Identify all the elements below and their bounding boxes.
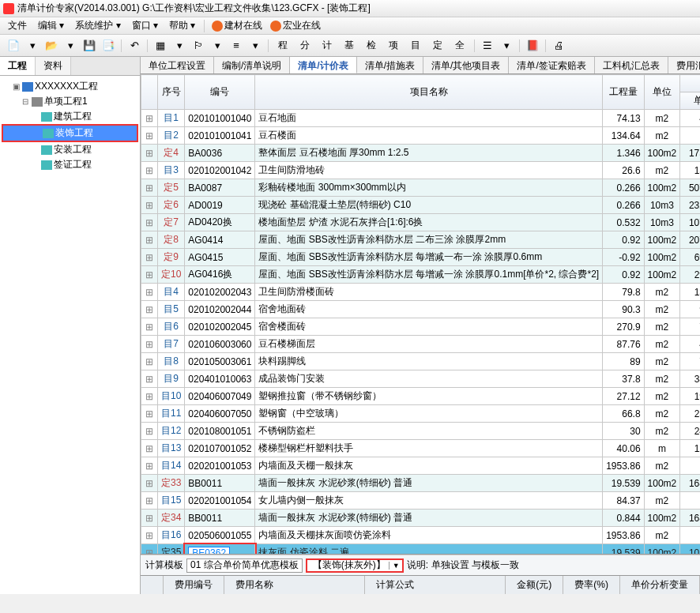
cell-code[interactable]: BE0362 xyxy=(185,544,255,555)
left-tab-data[interactable]: 资料 xyxy=(36,57,71,75)
expand-icon[interactable]: ⊞ xyxy=(145,322,154,333)
table-row[interactable]: ⊞目3020102001042卫生间防滑地砖26.6m2153.444081.5… xyxy=(141,162,701,179)
cell-code[interactable]: 020107001052 xyxy=(185,440,255,457)
left-tab-project[interactable]: 工程 xyxy=(0,57,36,75)
tree-sub[interactable]: ⊟ 单项工程1 xyxy=(2,94,138,109)
undo-button[interactable]: ↶ xyxy=(126,37,143,55)
table-row[interactable]: ⊞目5020102002044宿舍地面砖90.3m293.638454.793: xyxy=(141,301,701,318)
subtab-amount[interactable]: 金额(元) xyxy=(506,576,563,594)
align-dropdown[interactable]: ▾ xyxy=(247,37,264,55)
cell-code[interactable]: 020108001051 xyxy=(185,423,255,440)
menu-window[interactable]: 窗口 ▾ xyxy=(127,17,163,34)
t-xiang[interactable]: 项 xyxy=(383,37,404,55)
expand-icon[interactable]: ⊞ xyxy=(145,269,154,280)
open-dropdown[interactable]: ▾ xyxy=(62,37,79,55)
template-combo[interactable]: 01 综合单价简单优惠模板 xyxy=(186,558,303,573)
tab-measure[interactable]: 清单/措施表 xyxy=(357,57,423,73)
book-button[interactable]: 📕 xyxy=(524,37,541,55)
subtab-formula[interactable]: 计算公式 xyxy=(365,576,506,594)
t-ji2[interactable]: 基 xyxy=(339,37,359,55)
open-button[interactable]: 📂 xyxy=(43,37,60,55)
table-row[interactable]: ⊞定33BB0011墙面一般抹灰 水泥砂浆(特细砂) 普通19.539100m2… xyxy=(141,475,701,492)
table-row[interactable]: ⊞目11020406007050塑钢窗（中空玻璃）66.8m2254.19169… xyxy=(141,405,701,423)
tree-leaf-jianzhu[interactable]: 建筑工程 xyxy=(2,109,138,124)
new-dropdown[interactable]: ▾ xyxy=(24,37,41,55)
expand-icon[interactable]: ⊞ xyxy=(145,252,154,263)
tree-root[interactable]: ▣ XXXXXXX工程 xyxy=(2,79,138,94)
col-name[interactable]: 项目名称 xyxy=(255,75,603,110)
decoration-combo[interactable]: 【装饰(抹灰外)】 ▼ xyxy=(306,558,404,573)
tab-claim[interactable]: 清单/签证索赔表 xyxy=(509,57,594,73)
expand-icon[interactable]: ⊞ xyxy=(145,339,154,350)
expand-icon[interactable]: ⊞ xyxy=(145,530,154,541)
table-row[interactable]: ⊞定4BA0036整体面层 豆石楼地面 厚30mm 1:2.51.346100m… xyxy=(141,145,701,162)
tree-leaf-qianzheng[interactable]: 签证工程 xyxy=(2,157,138,172)
subtab-rate[interactable]: 费率(%) xyxy=(563,576,620,594)
expand-icon[interactable]: ⊞ xyxy=(145,461,154,472)
data-grid[interactable]: 序号 编号 项目名称 工程量 单位 综合 单 单价 合价 ⊞目102010100… xyxy=(141,74,700,555)
t-jian[interactable]: 检 xyxy=(361,37,382,55)
expand-icon[interactable]: ⊞ xyxy=(145,217,154,228)
cell-code[interactable]: 020102002045 xyxy=(185,318,255,336)
group-dropdown[interactable]: ▾ xyxy=(171,37,188,55)
table-row[interactable]: ⊞目9020401010063成品装饰门安装37.8m2385.8114583.… xyxy=(141,370,701,388)
collapse-icon[interactable]: ⊟ xyxy=(21,97,30,106)
cell-code[interactable]: AG0414 xyxy=(185,231,255,249)
cell-code[interactable]: 020406007050 xyxy=(185,405,255,423)
cell-code[interactable]: 020101001041 xyxy=(185,127,255,145)
table-row[interactable]: ⊞定6AD0019现浇砼 基础混凝土垫层(特细砂) C100.26610m323… xyxy=(141,197,701,214)
table-row[interactable]: ⊞定7AD0420换楼地面垫层 炉渣 水泥石灰拌合[1:6]:6换0.53210… xyxy=(141,214,701,231)
subtab-feename[interactable]: 费用名称 xyxy=(224,576,365,594)
cell-code[interactable]: AG0415 xyxy=(185,249,255,266)
print-button[interactable]: 🖨 xyxy=(550,37,567,55)
cell-code[interactable]: 020201001054 xyxy=(185,492,255,510)
tab-material[interactable]: 工料机汇总表 xyxy=(595,57,668,73)
expand-icon[interactable]: ⊞ xyxy=(145,148,154,159)
cell-code[interactable]: 020101001040 xyxy=(185,110,255,127)
expand-icon[interactable]: ⊞ xyxy=(145,235,154,246)
expand-icon[interactable]: ⊞ xyxy=(145,200,154,211)
menu-help[interactable]: 帮助 ▾ xyxy=(164,17,200,34)
cell-code[interactable]: 020106003060 xyxy=(185,336,255,353)
link-hongye[interactable]: 宏业在线 xyxy=(267,19,324,32)
cell-code[interactable]: 020102002043 xyxy=(185,284,255,301)
table-row[interactable]: ⊞定8AG0414屋面、地面 SBS改性沥青涂料防水层 二布三涂 涂膜厚2mm0… xyxy=(141,231,701,249)
table-row[interactable]: ⊞目6020102002045宿舍楼面砖270.9m270.3619060.52… xyxy=(141,318,701,336)
col-seq[interactable]: 序号 xyxy=(158,75,185,110)
table-row[interactable]: ⊞目12020108001051不锈钢防盗栏30m2248.097047.304 xyxy=(141,423,701,440)
list-dropdown[interactable]: ▾ xyxy=(498,37,515,55)
tab-list-price[interactable]: 清单/计价表 xyxy=(290,57,356,73)
expand-icon[interactable]: ⊞ xyxy=(145,547,154,555)
cell-code[interactable]: 020201001053 xyxy=(185,457,255,475)
t-ding[interactable]: 定 xyxy=(427,37,448,55)
subtab-analysis[interactable]: 单价分析变量 xyxy=(620,576,700,594)
table-row[interactable]: ⊞定35BE0362抹灰面 仿瓷涂料 二遍19.539100m21029.202… xyxy=(141,544,701,555)
t-fen[interactable]: 分 xyxy=(295,37,315,55)
col-unit[interactable]: 单位 xyxy=(644,75,680,110)
menu-system[interactable]: 系统维护 ▾ xyxy=(70,17,125,34)
table-row[interactable]: ⊞目15020201001054女儿墙内侧一般抹灰84.37m216.87142… xyxy=(141,492,701,510)
save-button[interactable]: 💾 xyxy=(81,37,98,55)
col-uprice[interactable]: 单价 xyxy=(680,92,700,110)
expand-icon[interactable]: ⊞ xyxy=(145,165,154,176)
filter-button[interactable]: 🏳 xyxy=(190,37,207,55)
cell-code[interactable]: 020102001042 xyxy=(185,162,255,179)
new-button[interactable]: 📄 xyxy=(5,37,22,55)
tab-unit-setting[interactable]: 单位工程设置 xyxy=(141,57,214,73)
cell-code[interactable]: BB0011 xyxy=(185,475,255,492)
expand-icon[interactable]: ⊞ xyxy=(145,495,154,506)
table-row[interactable]: ⊞目8020105003061块料踢脚线89m272.446447.16 xyxy=(141,353,701,370)
table-row[interactable]: ⊞目1020101001040豆石地面74.13m241.053043.041 xyxy=(141,110,701,127)
align-button[interactable]: ≡ xyxy=(228,37,245,55)
cell-code[interactable]: 020406007049 xyxy=(185,388,255,405)
saveas-button[interactable]: 📑 xyxy=(100,37,117,55)
tab-other[interactable]: 清单/其他项目表 xyxy=(423,57,509,73)
cell-code[interactable]: BB0011 xyxy=(185,510,255,527)
expand-icon[interactable]: ⊞ xyxy=(145,374,154,385)
tab-compile[interactable]: 编制/清单说明 xyxy=(214,57,290,73)
expand-icon[interactable]: ⊞ xyxy=(145,287,154,298)
cell-code[interactable]: 020102002044 xyxy=(185,301,255,318)
table-row[interactable]: ⊞目2020101001041豆石楼面134.64m217.562364.288… xyxy=(141,127,701,145)
table-row[interactable]: ⊞目14020201001053内墙面及天棚一般抹灰1953.86m216.87… xyxy=(141,457,701,475)
table-row[interactable]: ⊞定9AG0415屋面、地面 SBS改性沥青涂料防水层 每增减一布一涂 涂膜厚0… xyxy=(141,249,701,266)
